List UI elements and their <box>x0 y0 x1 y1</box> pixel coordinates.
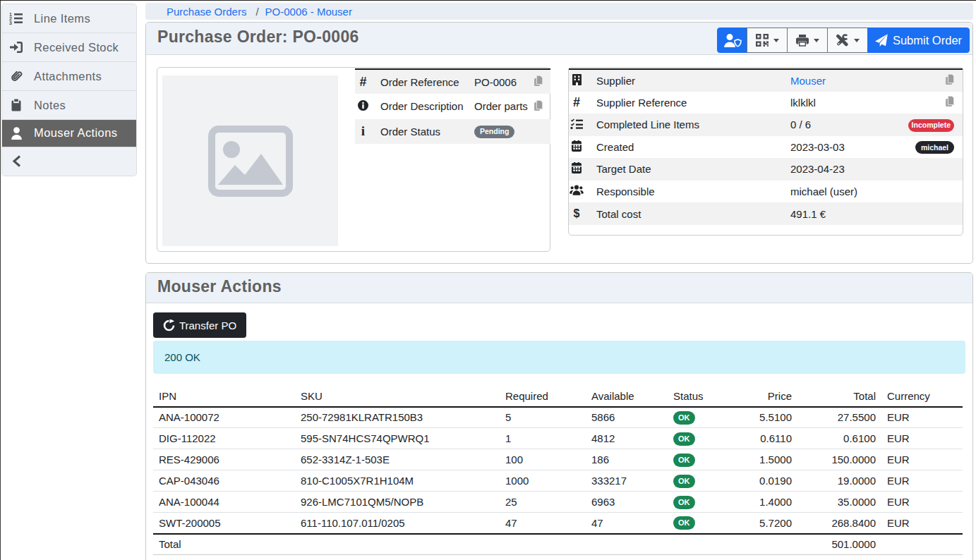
svg-text:3: 3 <box>9 20 12 25</box>
